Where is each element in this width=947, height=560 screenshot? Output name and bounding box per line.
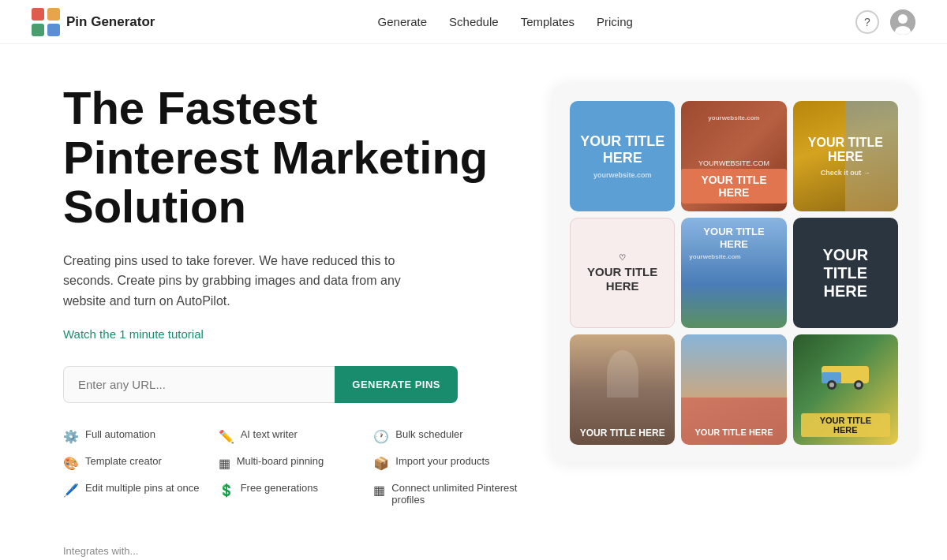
edit-pins-icon: 🖊️ [63,483,79,498]
automation-icon: ⚙️ [63,429,79,444]
feature-import-label: Import your products [395,455,489,467]
pin9-title: YOUR TITLE HERE [801,413,890,437]
pin2-text-area: YOURWEBSITE.COM YOUR TITLE HERE [681,159,786,203]
pin2-top-url: yourwebsite.com [681,109,786,123]
feature-ai-writer-label: AI text writer [241,428,298,440]
pin4-heart: ♡ [619,253,626,262]
help-icon[interactable]: ? [855,10,879,34]
main-container: The Fastest Pinterest Marketing Solution… [0,44,947,560]
pin-card-1: YOUR TITLE HERE yourwebsite.com [570,101,675,211]
svg-point-5 [898,14,908,24]
ai-writer-icon: ✏️ [219,429,234,444]
pin7-arch [607,350,638,398]
bulk-scheduler-icon: 🕐 [373,429,389,444]
integrations-section: Integrates with... P Pinterest Etsy 🛍 Sh… [63,545,521,560]
pin-grid: YOUR TITLE HERE yourwebsite.com YOURWEBS… [570,101,898,445]
feature-edit-pins: 🖊️ Edit multiple pins at once [63,482,211,506]
pin4-title: YOUR TITLE HERE [580,265,664,293]
integrations-label: Integrates with... [63,545,521,557]
feature-bulk-scheduler: 🕐 Bulk scheduler [373,428,521,444]
feature-import-products: 📦 Import your products [373,455,521,471]
template-icon: 🎨 [63,456,79,471]
feature-template-label: Template creator [85,455,162,467]
pin-card-6: YOUR TITLE HERE [793,218,898,328]
pin2-top-url-label: yourwebsite.com [708,114,759,121]
nav-templates[interactable]: Templates [521,15,575,28]
right-column: YOUR TITLE HERE yourwebsite.com YOURWEBS… [552,84,915,462]
hero-title: The Fastest Pinterest Marketing Solution [63,84,521,232]
pin5-title: YOUR TITLE HERE [689,226,778,250]
navbar: Pin Generator Generate Schedule Template… [0,0,947,44]
url-input[interactable] [63,366,335,403]
pin2-url: YOURWEBSITE.COM [681,159,786,167]
pin-card-5: YOUR TITLE HERE yourwebsite.com [681,218,786,328]
logo-icon [32,8,60,36]
pin1-title: YOUR TITLE HERE [579,133,665,166]
svg-rect-2 [32,24,44,36]
feature-profiles-label: Connect unlimited Pinterest profiles [391,482,521,506]
feature-unlimited-profiles: ▦ Connect unlimited Pinterest profiles [373,482,521,506]
pin-grid-wrapper: YOUR TITLE HERE yourwebsite.com YOURWEBS… [552,84,915,462]
logo-text: Pin Generator [66,14,155,30]
pin6-title: YOUR TITLE HERE [804,246,887,301]
logo-link[interactable]: Pin Generator [32,8,155,36]
pin-card-3: YOUR TITLE HERE Check it out → [793,101,898,211]
hero-description: Creating pins used to take forever. We h… [63,251,442,312]
pin9-content: YOUR TITLE HERE [793,334,898,445]
pin5-url: yourwebsite.com [689,253,740,260]
pin3-content: YOUR TITLE HERE Check it out → [793,101,898,211]
free-gen-icon: 💲 [219,483,234,498]
profiles-icon: ▦ [373,483,385,498]
nav-pricing[interactable]: Pricing [597,15,633,28]
pin-card-4: ♡ YOUR TITLE HERE [570,218,675,328]
generate-button[interactable]: GENERATE PINS [335,366,458,403]
pin2-title: YOUR TITLE HERE [681,169,786,203]
nav-schedule[interactable]: Schedule [449,15,499,28]
import-icon: 📦 [373,456,389,471]
nav-generate[interactable]: Generate [378,15,428,28]
feature-automation-label: Full automation [85,428,155,440]
pin-card-8: YOUR TITLE HERE [681,334,786,445]
pin1-sub: yourwebsite.com [593,171,652,179]
feature-free-gen-label: Free generations [241,482,318,494]
pin-card-9: YOUR TITLE HERE [793,334,898,445]
nav-links: Generate Schedule Templates Pricing [378,15,633,28]
feature-automation: ⚙️ Full automation [63,428,211,444]
pin3-title: YOUR TITLE HERE [801,136,890,165]
feature-free-gen: 💲 Free generations [219,482,366,506]
multi-board-icon: ▦ [219,456,230,471]
nav-actions: ? [855,9,915,35]
pin-card-7: YOUR TITLE HERE [570,334,675,445]
pin-card-2: YOURWEBSITE.COM YOUR TITLE HERE yourwebs… [681,101,786,211]
feature-multi-board: ▦ Multi-board pinning [219,455,366,471]
svg-rect-1 [47,8,60,21]
url-form: GENERATE PINS [63,366,458,403]
feature-multi-board-label: Multi-board pinning [237,455,324,467]
svg-rect-3 [47,24,60,36]
pin8-content: YOUR TITLE HERE [681,334,786,445]
features-grid: ⚙️ Full automation ✏️ AI text writer 🕐 B… [63,428,521,506]
pin3-cta: Check it out → [821,169,870,177]
pin7-text: YOUR TITLE HERE [570,427,675,439]
pin5-content: YOUR TITLE HERE yourwebsite.com [681,218,786,328]
feature-edit-pins-label: Edit multiple pins at once [85,482,200,494]
svg-rect-0 [32,8,44,21]
pin8-title: YOUR TITLE HERE [694,427,773,437]
feature-bulk-scheduler-label: Bulk scheduler [395,428,462,440]
left-column: The Fastest Pinterest Marketing Solution… [63,84,521,560]
feature-ai-writer: ✏️ AI text writer [219,428,366,444]
pin7-title: YOUR TITLE HERE [570,427,675,439]
feature-template-creator: 🎨 Template creator [63,455,211,471]
watch-tutorial-link[interactable]: Watch the 1 minute tutorial [63,327,204,341]
user-avatar[interactable] [890,9,915,35]
